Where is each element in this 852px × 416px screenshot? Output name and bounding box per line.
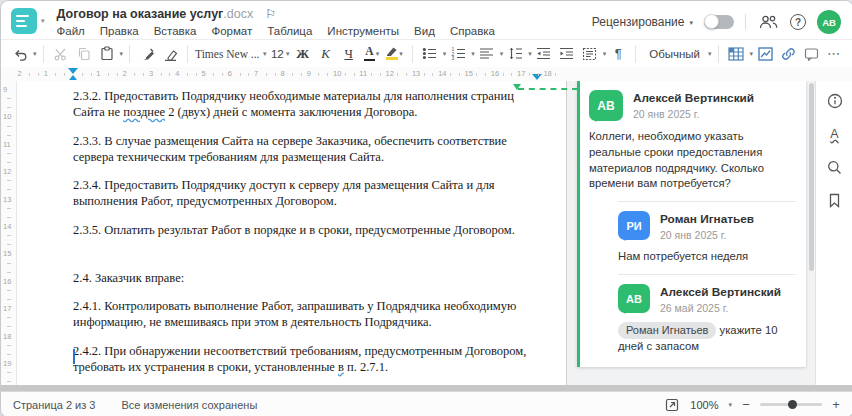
comment-author: Алексей Вертинский [633, 91, 754, 105]
italic-button[interactable]: К [315, 43, 337, 65]
align-caret-icon[interactable]: ▾ [500, 50, 504, 57]
paragraph-settings-button[interactable] [579, 43, 601, 65]
menu-view[interactable]: Вид [414, 25, 435, 37]
comment-anchor-line [518, 88, 578, 90]
insert-table-caret-icon[interactable]: ▾ [749, 50, 753, 57]
comment-reply[interactable]: РИ Роман Игнатьев 20 янв 2025 г. Нам пот… [618, 201, 796, 265]
insert-table-button[interactable] [725, 43, 747, 65]
zoom-in-button[interactable]: + [831, 397, 841, 412]
search-icon[interactable] [826, 158, 844, 176]
reply-author-avatar: АВ [618, 284, 650, 313]
numbered-list-button[interactable]: 123 [447, 43, 469, 65]
fit-width-icon[interactable] [663, 396, 681, 414]
show-paragraph-marks-button[interactable]: ¶ [607, 43, 629, 65]
insert-chart-button[interactable] [754, 43, 776, 65]
paragraph-2-4-1[interactable]: 2.4.1. Контролировать выполнение Работ, … [73, 298, 536, 331]
paste-caret-icon[interactable]: ▾ [120, 50, 124, 57]
line-spacing-caret-icon[interactable]: ▾ [528, 50, 532, 57]
first-line-indent-marker[interactable] [68, 68, 78, 74]
zoom-value[interactable]: 100% [690, 399, 718, 411]
menu-insert[interactable]: Вставка [154, 25, 197, 37]
reply-text: Нам потребуется неделя [618, 249, 796, 265]
clear-format-eraser-icon[interactable] [159, 43, 181, 65]
comment-text: Коллеги, необходимо указать реальные сро… [589, 129, 796, 192]
decrease-indent-button[interactable] [533, 43, 555, 65]
menu-help[interactable]: Справка [450, 25, 495, 37]
main-area: 91011121314151617181920 2.3.2. Предостав… [1, 81, 852, 391]
review-mode-dropdown[interactable]: Рецензирование▾ [592, 15, 693, 29]
format-toolbar: ▾ ▾ Times New ...▾ 12▾ Ж К Ч А ▾ [1, 39, 852, 67]
reply-date: 20 янв 2025 г. [660, 229, 754, 241]
zoom-out-button[interactable]: − [741, 397, 751, 412]
numbered-list-caret-icon[interactable]: ▾ [471, 50, 475, 57]
svg-text:3: 3 [451, 55, 454, 60]
text-cursor [73, 349, 75, 364]
mention-badge[interactable]: Роман Игнатьев [618, 322, 716, 339]
comment-author-avatar: АВ [589, 90, 623, 121]
comment-reply[interactable]: АВ Алексей Вертинский 26 май 2025 г. Ром… [618, 274, 796, 355]
review-caret-icon: ▾ [689, 19, 693, 26]
insert-comment-button[interactable] [800, 43, 822, 65]
bold-button[interactable]: Ж [292, 43, 314, 65]
zoom-slider[interactable] [760, 403, 822, 406]
paragraph-2-3-2[interactable]: 2.3.2. Предоставить Подрядчику необходим… [73, 88, 536, 121]
highlight-color-button[interactable]: ▾ [384, 43, 406, 65]
menu-tools[interactable]: Инструменты [327, 25, 399, 37]
menu-edit[interactable]: Правка [100, 25, 139, 37]
reply-date: 26 май 2025 г. [660, 302, 781, 314]
reply-author-avatar: РИ [618, 211, 650, 240]
review-toggle[interactable] [704, 15, 734, 29]
paste-button[interactable] [96, 43, 118, 65]
v-ruler[interactable]: 91011121314151617181920 [1, 81, 17, 385]
paragraph-2-4-2[interactable]: 2.4.2. При обнаружении несоответствий тр… [73, 343, 536, 376]
toolbar-more-button[interactable]: ⋯ [823, 43, 845, 65]
cut-button [50, 43, 72, 65]
spellcheck-word[interactable]: позднее [123, 105, 165, 119]
favorite-flag-icon[interactable]: ⚐ [265, 8, 276, 20]
scrollbar-thumb[interactable] [809, 83, 814, 271]
bookmark-icon[interactable] [826, 191, 844, 209]
paragraph-2-3-5[interactable]: 2.3.5. Оплатить результат Работ в порядк… [73, 222, 536, 238]
collaboration-users-icon[interactable] [757, 11, 779, 33]
zoom-caret-icon[interactable]: ▾ [728, 401, 732, 408]
paragraph-2-3-3[interactable]: 2.3.3. В случае размещения Сайта на серв… [73, 133, 536, 166]
font-size-select[interactable]: 12▾ [269, 43, 291, 65]
user-avatar[interactable]: АВ [817, 10, 841, 34]
paragraph-2-4[interactable]: 2.4. Заказчик вправе: [73, 270, 536, 286]
line-spacing-button[interactable] [504, 43, 526, 65]
top-bar: ▾ Договор на оказание услуг .docx ⚐ Файл… [1, 1, 852, 39]
app-logo-icon[interactable] [11, 8, 37, 34]
reply-author: Роман Игнатьев [660, 212, 754, 226]
format-painter-icon[interactable] [136, 43, 158, 65]
paragraph-2-3-4[interactable]: 2.3.4. Предоставить Подрядчику доступ к … [73, 177, 536, 210]
undo-button[interactable] [9, 43, 31, 65]
align-button[interactable] [476, 43, 498, 65]
menu-file[interactable]: Файл [57, 25, 85, 37]
app-menu-caret-icon[interactable]: ▾ [41, 17, 45, 25]
spellcheck-icon[interactable]: А [826, 125, 844, 143]
reply-author: Алексей Вертинский [660, 285, 781, 299]
menu-format[interactable]: Формат [211, 25, 252, 37]
undo-caret-icon[interactable]: ▾ [33, 50, 37, 57]
paragraph-style-select[interactable]: Обычный▾ [642, 43, 712, 65]
page-indicator[interactable]: Страница 2 из 3 [13, 399, 95, 411]
comment-thread[interactable]: АВ Алексей Вертинский 20 янв 2025 г. Кол… [577, 81, 806, 367]
paragraph-settings-caret-icon[interactable]: ▾ [603, 50, 607, 57]
bullet-list-caret-icon[interactable]: ▾ [443, 50, 447, 57]
hanging-indent-marker[interactable] [69, 75, 77, 80]
insert-link-button[interactable] [777, 43, 799, 65]
zoom-slider-thumb[interactable] [788, 400, 797, 409]
bullet-list-button[interactable] [419, 43, 441, 65]
save-status: Все изменения сохранены [121, 399, 257, 411]
menu-table[interactable]: Таблица [267, 25, 312, 37]
info-panel-icon[interactable] [826, 92, 844, 110]
h-ruler[interactable]: 21123456789101112131415161718 [1, 67, 852, 82]
document-extension: .docx [223, 7, 253, 21]
document-page[interactable]: 2.3.2. Предоставить Подрядчику необходим… [17, 81, 567, 385]
vertical-scrollbar[interactable] [808, 81, 815, 385]
underline-button[interactable]: Ч [338, 43, 360, 65]
font-color-button[interactable]: А ▾ [361, 43, 383, 65]
font-name-select[interactable]: Times New ...▾ [194, 43, 268, 65]
help-icon[interactable]: ? [790, 14, 806, 30]
increase-indent-button[interactable] [556, 43, 578, 65]
